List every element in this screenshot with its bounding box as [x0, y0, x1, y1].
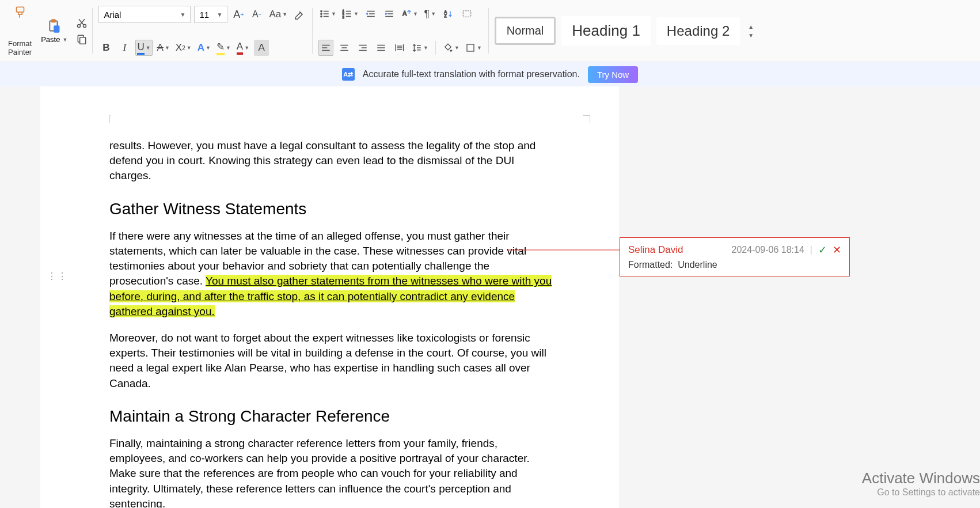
- underline-button[interactable]: U▼: [135, 40, 152, 56]
- comment-author: Selina David: [628, 244, 683, 256]
- translate-icon: A⇄: [342, 68, 355, 81]
- styles-more-button[interactable]: ▲▼: [746, 21, 756, 41]
- banner-text: Accurate full-text translation with form…: [363, 69, 580, 79]
- align-right-button[interactable]: [355, 40, 370, 56]
- show-all-button[interactable]: [459, 6, 474, 22]
- svg-rect-18: [467, 44, 474, 51]
- comment-connector: [507, 248, 622, 259]
- increase-font-button[interactable]: A+: [231, 6, 246, 22]
- reject-change-button[interactable]: ✕: [833, 244, 841, 256]
- body-paragraph: Finally, maintaining a strong character …: [109, 436, 556, 508]
- font-size-select[interactable]: 11 ▼: [194, 6, 227, 23]
- svg-text:A: A: [444, 10, 447, 14]
- font-family-select[interactable]: Arial ▼: [98, 6, 191, 23]
- format-painter-icon: [12, 5, 28, 21]
- shading-button[interactable]: ▼: [442, 40, 461, 56]
- comment-body: Formatted: Underline: [628, 260, 841, 270]
- document-page[interactable]: results. However, you must have a legal …: [40, 86, 619, 508]
- line-spacing-button[interactable]: ▼: [411, 40, 430, 56]
- section-heading: Maintain a Strong Character Reference: [109, 407, 556, 426]
- align-center-button[interactable]: [337, 40, 352, 56]
- windows-activation-watermark: Activate Windows Go to Settings to activ…: [862, 469, 980, 498]
- drag-handle-icon[interactable]: ⋮⋮: [47, 271, 68, 282]
- svg-point-10: [321, 16, 322, 17]
- style-heading2[interactable]: Heading 2: [656, 17, 740, 45]
- text-effects-button[interactable]: A▼: [196, 40, 212, 56]
- font-size-value: 11: [199, 10, 209, 20]
- svg-text:A: A: [402, 10, 407, 17]
- font-section: Arial ▼ 11 ▼ A+ A− Aa▼ B I U▼ A▼ X2▼ A▼ …: [94, 2, 312, 59]
- svg-text:Z: Z: [444, 14, 446, 18]
- font-family-value: Arial: [104, 10, 121, 20]
- paragraph-marks-button[interactable]: ¶▼: [423, 6, 438, 22]
- body-paragraph: Moreover, do not want to forget about th…: [109, 331, 556, 391]
- styles-section: Normal Heading 1 Heading 2 ▲▼: [490, 2, 761, 59]
- svg-rect-3: [54, 26, 59, 32]
- comment-box[interactable]: Selina David 2024-09-06 18:14 | ✓ ✕ Form…: [620, 237, 850, 276]
- try-now-button[interactable]: Try Now: [588, 66, 638, 83]
- sort-button[interactable]: AZ: [441, 6, 456, 22]
- char-shading-button[interactable]: A: [254, 40, 269, 56]
- cut-icon[interactable]: [75, 17, 88, 29]
- svg-point-9: [321, 13, 322, 14]
- watermark-title: Activate Windows: [862, 469, 980, 487]
- translation-banner: A⇄ Accurate full-text translation with f…: [0, 62, 980, 86]
- paste-label: Paste: [41, 35, 60, 44]
- ribbon-toolbar: Format Painter Paste▼ Arial ▼ 11: [0, 0, 980, 62]
- numbering-button[interactable]: 123▼: [341, 6, 360, 22]
- bullets-button[interactable]: ▼: [318, 6, 337, 22]
- copy-icon[interactable]: [75, 33, 88, 46]
- comment-date: 2024-09-06 18:14: [732, 245, 804, 255]
- svg-text:3: 3: [343, 16, 344, 19]
- decrease-indent-button[interactable]: [363, 6, 378, 22]
- bold-button[interactable]: B: [98, 40, 113, 56]
- paste-button[interactable]: Paste▼: [41, 18, 67, 44]
- format-painter-section[interactable]: Format Painter: [5, 2, 35, 59]
- svg-rect-7: [80, 37, 86, 44]
- text-direction-button[interactable]: A▼: [400, 6, 419, 22]
- watermark-subtitle: Go to Settings to activate: [862, 487, 980, 498]
- svg-rect-0: [16, 7, 24, 12]
- highlight-button[interactable]: ✎▼: [215, 40, 232, 56]
- paragraph-section: ▼ 123▼ A▼ ¶▼ AZ ▼ ▼ ▼: [314, 2, 488, 59]
- superscript-button[interactable]: X2▼: [174, 40, 193, 56]
- accept-change-button[interactable]: ✓: [818, 244, 827, 256]
- clear-format-button[interactable]: [292, 6, 307, 22]
- clipboard-section: Paste▼: [37, 2, 92, 59]
- svg-rect-17: [463, 11, 471, 17]
- svg-rect-2: [52, 20, 56, 22]
- distributed-button[interactable]: [392, 40, 407, 56]
- paste-icon: [46, 18, 62, 34]
- body-paragraph: If there were any witnesses at the time …: [109, 229, 556, 319]
- increase-indent-button[interactable]: [382, 6, 397, 22]
- italic-button[interactable]: I: [117, 40, 132, 56]
- section-heading: Gather Witness Statements: [109, 200, 556, 218]
- svg-point-8: [321, 10, 322, 12]
- font-color-button[interactable]: A▼: [235, 40, 250, 56]
- borders-button[interactable]: ▼: [464, 40, 483, 56]
- document-area: results. However, you must have a legal …: [0, 86, 980, 508]
- style-heading1[interactable]: Heading 1: [561, 16, 651, 46]
- change-case-button[interactable]: Aa▼: [268, 6, 288, 22]
- body-paragraph: results. However, you must have a legal …: [109, 138, 556, 184]
- align-left-button[interactable]: [318, 40, 333, 56]
- strikethrough-button[interactable]: A▼: [156, 40, 171, 56]
- decrease-font-button[interactable]: A−: [249, 6, 264, 22]
- style-normal[interactable]: Normal: [495, 17, 556, 45]
- format-painter-label: Format Painter: [8, 39, 32, 57]
- justify-button[interactable]: [374, 40, 389, 56]
